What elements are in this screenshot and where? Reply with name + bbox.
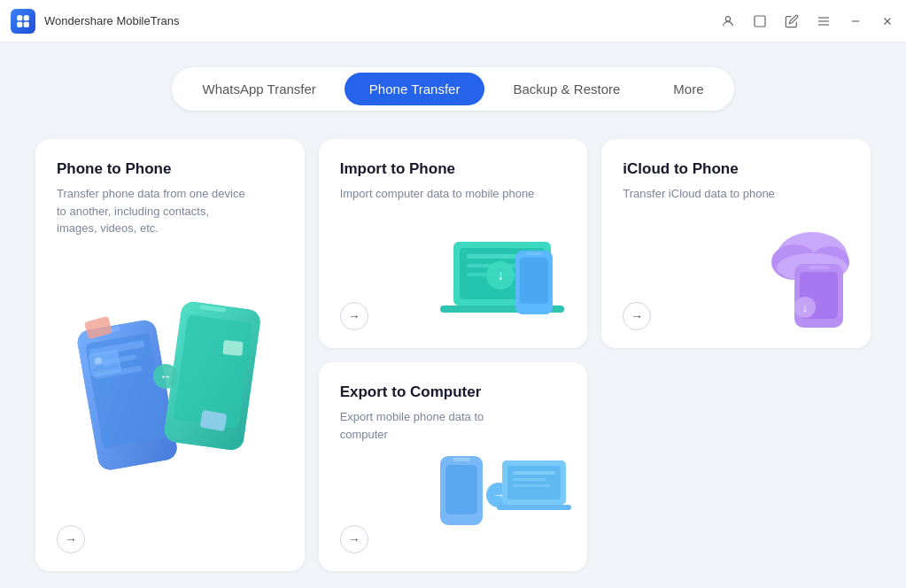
app-logo (11, 9, 35, 34)
titlebar: Wondershare MobileTrans (0, 0, 906, 43)
tab-phone[interactable]: Phone Transfer (345, 73, 485, 105)
svg-rect-63 (513, 484, 550, 487)
main-content: WhatsApp Transfer Phone Transfer Backup … (0, 43, 906, 588)
svg-rect-1 (24, 15, 29, 20)
icloud-illustration: ↓ (715, 215, 856, 334)
tab-whatsapp[interactable]: WhatsApp Transfer (177, 73, 340, 105)
cards-grid: Phone to Phone Transfer phone data from … (35, 139, 871, 571)
nav-tabs: WhatsApp Transfer Phone Transfer Backup … (172, 67, 733, 111)
card-header: Export to Computer Export mobile phone d… (340, 383, 567, 443)
svg-rect-40 (526, 252, 542, 255)
svg-rect-0 (17, 15, 22, 20)
card-title-export: Export to Computer (340, 383, 567, 401)
svg-rect-5 (755, 16, 765, 27)
svg-rect-54 (445, 465, 477, 514)
arrow-icloud[interactable]: → (623, 302, 651, 330)
card-header: Import to Phone Import computer data to … (340, 160, 567, 203)
card-desc-import: Import computer data to mobile phone (340, 185, 535, 203)
svg-text:↓: ↓ (802, 301, 809, 314)
svg-rect-59 (507, 466, 561, 499)
svg-rect-2 (17, 21, 22, 27)
arrow-import[interactable]: → (340, 302, 368, 330)
svg-rect-27 (222, 340, 243, 356)
svg-rect-62 (513, 478, 546, 481)
minimize-button[interactable] (848, 13, 863, 29)
card-desc-phone-to-phone: Transfer phone data from one device to a… (57, 185, 252, 237)
card-phone-to-phone: Phone to Phone Transfer phone data from … (35, 139, 305, 571)
card-export-to-computer: Export to Computer Export mobile phone d… (319, 362, 588, 571)
svg-point-4 (725, 16, 730, 20)
svg-rect-3 (24, 21, 29, 27)
card-desc-icloud: Transfer iCloud data to phone (623, 185, 817, 203)
window-controls (720, 13, 895, 29)
import-illustration: ↓ (431, 215, 573, 334)
card-import-to-phone: Import to Phone Import computer data to … (319, 139, 588, 348)
export-illustration: → (422, 438, 573, 557)
tab-more[interactable]: More (648, 73, 728, 105)
svg-text:↔: ↔ (159, 369, 172, 383)
svg-rect-55 (453, 458, 470, 461)
card-title-icloud: iCloud to Phone (623, 160, 849, 178)
user-icon[interactable] (720, 13, 736, 29)
edit-icon[interactable] (784, 13, 800, 29)
svg-rect-60 (497, 505, 571, 510)
arrow-export[interactable]: → (340, 525, 368, 553)
svg-text:↓: ↓ (497, 267, 504, 282)
card-title-phone-to-phone: Phone to Phone (57, 160, 283, 178)
phone-to-phone-illustration: ↔ (64, 270, 276, 483)
card-header: iCloud to Phone Transfer iCloud data to … (623, 160, 849, 203)
svg-rect-39 (520, 258, 548, 304)
card-title-import: Import to Phone (340, 160, 567, 178)
close-button[interactable] (879, 13, 895, 29)
app-title: Wondershare MobileTrans (44, 14, 720, 27)
card-header: Phone to Phone Transfer phone data from … (57, 160, 283, 237)
window-icon[interactable] (752, 13, 768, 29)
svg-rect-61 (513, 471, 555, 475)
svg-rect-50 (809, 266, 829, 269)
tab-backup[interactable]: Backup & Restore (488, 73, 645, 105)
card-icloud-to-phone: iCloud to Phone Transfer iCloud data to … (601, 139, 871, 348)
arrow-phone-to-phone[interactable]: → (57, 525, 85, 553)
menu-icon[interactable] (816, 13, 832, 29)
